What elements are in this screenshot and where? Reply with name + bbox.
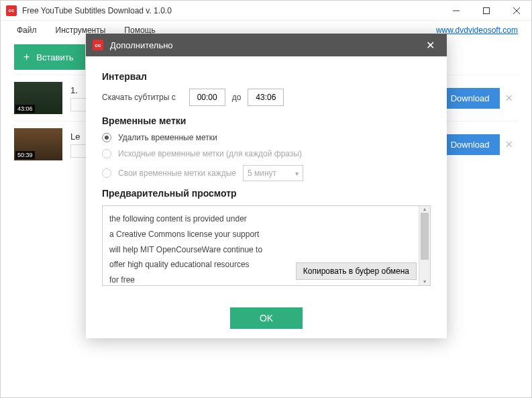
dialog-header: cc Дополнительно ✕ [86, 34, 447, 56]
dialog-title: Дополнительно [110, 40, 421, 50]
preview-line: the following content is provided under [109, 211, 414, 227]
radio-custom-timestamps[interactable]: Свои временные метки каждые 5 минут ▾ [102, 165, 431, 181]
plus-icon: + [23, 51, 30, 63]
chevron-down-icon: ▾ [295, 170, 299, 177]
download-button[interactable]: Download [440, 134, 500, 155]
app-icon: cc [93, 40, 103, 50]
section-header-preview: Предварительный просмотр [102, 188, 431, 199]
duration-badge: 50:39 [15, 151, 35, 159]
app-icon: cc [6, 5, 17, 16]
svg-rect-1 [483, 7, 489, 13]
dropdown-value: 5 минут [248, 168, 276, 178]
radio-original-timestamps[interactable]: Исходные временные метки (для каждой фра… [102, 149, 431, 158]
dialog-body: Интервал Скачать субтитры с до Временные… [86, 56, 447, 298]
interval-from-input[interactable] [189, 89, 225, 106]
maximize-button[interactable] [471, 1, 501, 21]
copy-to-clipboard-button[interactable]: Копировать в буфер обмена [296, 262, 417, 280]
dialog-footer: OK [86, 298, 447, 338]
preview-line: a Creative Commons license your support [109, 227, 414, 242]
window-controls [441, 1, 531, 21]
remove-item-button[interactable]: × [500, 138, 518, 152]
advanced-dialog: cc Дополнительно ✕ Интервал Скачать субт… [86, 34, 447, 338]
paste-button[interactable]: + Вставить [14, 44, 85, 70]
interval-to-label: до [232, 93, 242, 102]
section-header-timestamps: Временные метки [102, 115, 431, 126]
interval-to-input[interactable] [248, 89, 284, 106]
ok-button[interactable]: OK [230, 307, 303, 329]
radio-icon [102, 133, 111, 142]
window-title: Free YouTube Subtitles Download v. 1.0.0 [22, 6, 441, 15]
thumbnail: 50:39 [14, 128, 62, 160]
section-header-interval: Интервал [102, 71, 431, 82]
minimize-button[interactable] [441, 1, 471, 21]
download-button[interactable]: Download [440, 88, 500, 109]
scroll-down-icon[interactable]: ▾ [419, 279, 430, 285]
radio-remove-timestamps[interactable]: Удалить временные метки [102, 133, 431, 142]
duration-badge: 43:06 [15, 105, 35, 113]
close-button[interactable] [501, 1, 531, 21]
dialog-close-button[interactable]: ✕ [421, 36, 440, 54]
vendor-link[interactable]: www.dvdvideosoft.com [436, 26, 525, 35]
scroll-up-icon[interactable]: ▴ [419, 206, 430, 213]
radio-label: Свои временные метки каждые [118, 168, 236, 178]
radio-label: Удалить временные метки [118, 133, 217, 142]
scrollbar[interactable]: ▴ ▾ [419, 206, 430, 285]
preview-box: the following content is provided under … [102, 205, 431, 286]
titlebar: cc Free YouTube Subtitles Download v. 1.… [1, 1, 531, 21]
scroll-thumb[interactable] [421, 213, 429, 260]
custom-interval-dropdown[interactable]: 5 минут ▾ [243, 165, 303, 181]
preview-line: will help MIT OpenCourseWare continue to [109, 242, 414, 258]
interval-row: Скачать субтитры с до [102, 89, 431, 106]
interval-from-label: Скачать субтитры с [102, 93, 176, 102]
radio-icon [102, 149, 111, 158]
radio-label: Исходные временные метки (для каждой фра… [118, 149, 302, 158]
remove-item-button[interactable]: × [500, 91, 518, 105]
menu-file[interactable]: Файл [7, 23, 46, 38]
radio-icon [102, 168, 111, 178]
paste-label: Вставить [36, 52, 73, 62]
thumbnail: 43:06 [14, 82, 62, 114]
